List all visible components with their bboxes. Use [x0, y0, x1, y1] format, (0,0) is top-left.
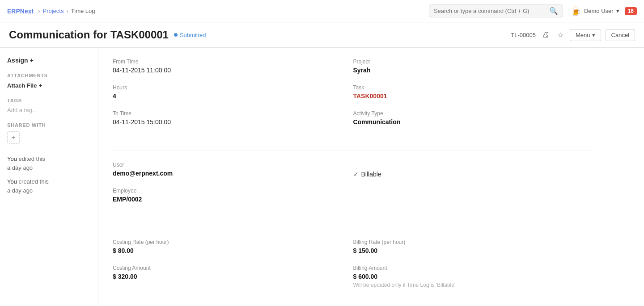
user-label: User	[113, 162, 353, 168]
billing-rate-group: Billing Rate (per hour) $ 150.00	[353, 239, 594, 254]
shared-add-button[interactable]: +	[7, 131, 20, 144]
attach-file-label: Attach File	[7, 82, 37, 89]
form-section-right-top: Project Syrah Task TASK00001 Activity Ty…	[353, 59, 594, 147]
activity-type-value: Communication	[353, 118, 594, 126]
breadcrumb-timelog: Time Log	[71, 8, 95, 14]
page-body: Assign + ATTACHMENTS Attach File + TAGS …	[0, 48, 644, 306]
costing-amount-label: Costing Amount	[113, 265, 353, 271]
audit-time-1: a day ago	[7, 187, 33, 194]
costing-rate-label: Costing Rate (per hour)	[113, 239, 353, 245]
breadcrumb-sep-2: ›	[66, 8, 68, 14]
search-input[interactable]	[434, 8, 549, 14]
task-label: Task	[353, 84, 594, 91]
form-section-billable: ✓ Billable	[353, 162, 594, 224]
audit-time-0: a day ago	[7, 164, 33, 171]
user-menu[interactable]: 🍺 Demo User ▾	[570, 6, 619, 17]
form-divider-2	[113, 228, 593, 228]
assign-button[interactable]: Assign +	[7, 57, 34, 64]
attach-file-button[interactable]: Attach File +	[7, 82, 42, 89]
form-grid: From Time 04-11-2015 11:00:00 Hours 4 To…	[113, 59, 593, 306]
navbar-right: 🍺 Demo User ▾ 16	[570, 6, 637, 17]
user-value: demo@erpnext.com	[113, 170, 353, 177]
assign-label: Assign	[7, 57, 28, 64]
sidebar: Assign + ATTACHMENTS Attach File + TAGS …	[0, 48, 98, 306]
form-section-rates-left: Costing Rate (per hour) $ 80.00 Costing …	[113, 239, 353, 306]
cancel-button[interactable]: Cancel	[606, 29, 635, 41]
billable-check: ✓ Billable	[353, 171, 594, 178]
menu-label: Menu	[576, 32, 590, 38]
status-text: Submitted	[180, 32, 206, 38]
billing-rate-label: Billing Rate (per hour)	[353, 239, 594, 245]
project-label: Project	[353, 59, 594, 65]
search-bar: 🔍	[429, 4, 563, 17]
to-time-label: To Time	[113, 110, 353, 117]
search-button[interactable]: 🔍	[549, 7, 558, 15]
costing-rate-value: $ 80.00	[113, 247, 353, 254]
tags-section: TAGS Add a tag...	[7, 98, 91, 113]
costing-amount-group: Costing Amount $ 320.00	[113, 265, 353, 280]
menu-button[interactable]: Menu ▾	[570, 29, 601, 41]
employee-group: Employee EMP/0002	[113, 188, 353, 203]
form-divider	[113, 151, 593, 151]
user-group: User demo@erpnext.com	[113, 162, 353, 177]
audit-action-0: edited this	[19, 155, 45, 162]
audit-who-1: You	[7, 178, 17, 185]
breadcrumb-sep-1: ›	[38, 8, 40, 14]
user-icon: 🍺	[570, 6, 581, 17]
user-dropdown-icon: ▾	[616, 8, 619, 14]
page-header-right: TL-00005 🖨 ☆ Menu ▾ Cancel	[511, 29, 635, 41]
employee-value: EMP/0002	[113, 196, 353, 203]
billing-amount-group: Billing Amount $ 600.00 Will be updated …	[353, 265, 594, 288]
page-header: Communication for TASK00001 Submitted TL…	[0, 22, 644, 48]
hours-label: Hours	[113, 84, 353, 91]
to-time-value: 04-11-2015 15:00:00	[113, 118, 353, 126]
audit-entry-1: You created this a day ago	[7, 177, 91, 195]
project-group: Project Syrah	[353, 59, 594, 74]
main-content: From Time 04-11-2015 11:00:00 Hours 4 To…	[98, 48, 608, 306]
attachments-label: ATTACHMENTS	[7, 73, 91, 78]
navbar: ERPNext › Projects › Time Log 🔍 🍺 Demo U…	[0, 0, 644, 22]
employee-label: Employee	[113, 188, 353, 194]
to-time-group: To Time 04-11-2015 15:00:00	[113, 110, 353, 126]
doc-id: TL-00005	[511, 32, 536, 38]
audit-entry-0: You edited this a day ago	[7, 155, 91, 172]
shared-section: SHARED WITH +	[7, 122, 91, 144]
form-section-rates-right: Billing Rate (per hour) $ 150.00 Billing…	[353, 239, 594, 306]
hours-value: 4	[113, 92, 353, 100]
print-button[interactable]: 🖨	[540, 30, 551, 40]
right-panel	[608, 48, 644, 306]
billing-amount-value: $ 600.00	[353, 273, 594, 280]
user-name: Demo User	[584, 8, 614, 14]
form-section-left: From Time 04-11-2015 11:00:00 Hours 4 To…	[113, 59, 353, 147]
page-title: Communication for TASK00001	[9, 29, 169, 41]
menu-dropdown-icon: ▾	[592, 32, 595, 38]
notification-badge[interactable]: 16	[625, 7, 637, 15]
check-icon: ✓	[353, 171, 359, 178]
billable-label: Billable	[361, 171, 381, 178]
brand-link[interactable]: ERPNext	[7, 8, 34, 15]
task-value[interactable]: TASK00001	[353, 92, 594, 100]
billing-rate-value: $ 150.00	[353, 247, 594, 254]
assign-plus-icon: +	[30, 57, 34, 64]
audit-who-0: You	[7, 155, 17, 162]
billing-amount-label: Billing Amount	[353, 265, 594, 271]
activity-type-label: Activity Type	[353, 110, 594, 117]
task-group: Task TASK00001	[353, 84, 594, 100]
breadcrumb-projects[interactable]: Projects	[42, 8, 64, 14]
status-badge: Submitted	[174, 32, 206, 38]
shared-label: SHARED WITH	[7, 122, 91, 128]
project-value: Syrah	[353, 67, 594, 74]
audit-action-1: created this	[19, 178, 49, 185]
audit-log: You edited this a day ago You created th…	[7, 155, 91, 195]
costing-rate-group: Costing Rate (per hour) $ 80.00	[113, 239, 353, 254]
star-button[interactable]: ☆	[555, 30, 565, 40]
from-time-value: 04-11-2015 11:00:00	[113, 67, 353, 74]
tags-label: TAGS	[7, 98, 91, 103]
attach-plus-icon: +	[38, 82, 42, 89]
billable-group: ✓ Billable	[353, 162, 594, 178]
form-section-user: User demo@erpnext.com Employee EMP/0002	[113, 162, 353, 224]
from-time-group: From Time 04-11-2015 11:00:00	[113, 59, 353, 74]
costing-amount-value: $ 320.00	[113, 273, 353, 280]
hours-group: Hours 4	[113, 84, 353, 100]
tags-input[interactable]: Add a tag...	[7, 107, 91, 113]
